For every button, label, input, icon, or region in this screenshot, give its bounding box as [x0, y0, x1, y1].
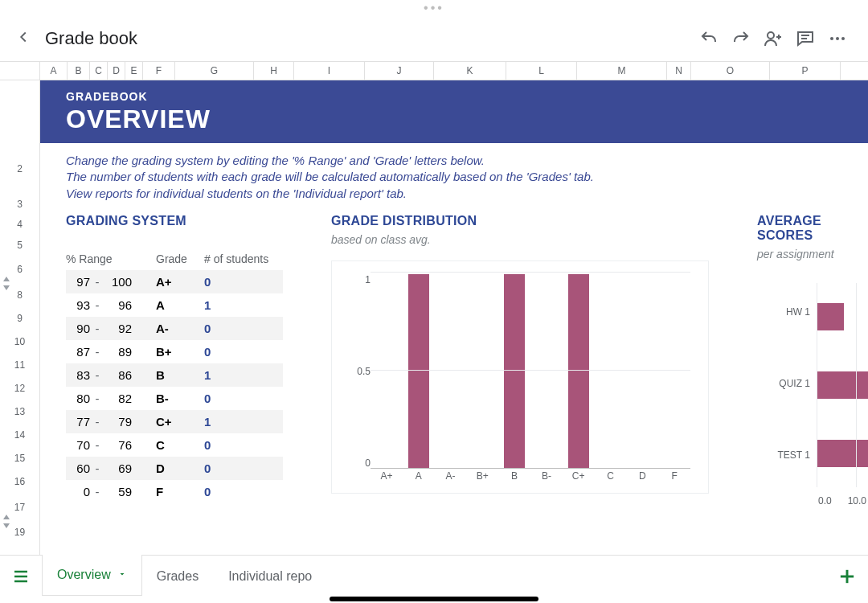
sheet-tab-individual-report[interactable]: Individual repo — [214, 556, 327, 597]
grading-row[interactable]: 60-69D0 — [66, 457, 283, 480]
row-number[interactable]: 5 — [0, 235, 39, 256]
grading-row[interactable]: 0-59F0 — [66, 480, 283, 503]
student-count: 0 — [204, 485, 228, 498]
grade-letter: B — [156, 368, 204, 382]
range-from: 93 — [66, 298, 90, 312]
drag-handle-dots: ••• — [0, 0, 868, 16]
range-to: 100 — [104, 275, 132, 289]
avg-bar — [817, 303, 844, 330]
range-to: 76 — [104, 438, 132, 452]
column-header-l[interactable]: L — [506, 62, 577, 80]
grade-letter: A+ — [156, 275, 204, 289]
range-from: 90 — [66, 322, 90, 335]
collapse-up-icon[interactable] — [3, 515, 10, 519]
column-header-i[interactable]: I — [294, 62, 365, 80]
undo-icon[interactable] — [693, 23, 725, 55]
range-to: 82 — [104, 392, 132, 405]
grading-row[interactable]: 97-100A+0 — [66, 270, 283, 293]
all-sheets-menu-icon[interactable] — [0, 556, 42, 597]
collapse-down-icon[interactable] — [3, 285, 10, 290]
column-header-f[interactable]: F — [143, 62, 175, 80]
student-count: 1 — [204, 415, 228, 429]
column-header-c[interactable]: C — [90, 62, 108, 80]
comment-icon[interactable] — [789, 23, 821, 55]
row-number[interactable]: 3 — [0, 195, 39, 214]
row-number[interactable]: 14 — [0, 424, 39, 447]
student-count: 0 — [204, 438, 228, 452]
grading-row[interactable]: 70-76C0 — [66, 433, 283, 457]
column-header-g[interactable]: G — [175, 62, 254, 80]
row-number[interactable]: 6 — [0, 256, 39, 284]
row-number[interactable]: 11 — [0, 354, 39, 377]
student-count: 0 — [204, 345, 228, 359]
app-toolbar: Grade book — [0, 16, 868, 61]
row-number[interactable]: 19 — [0, 522, 39, 543]
banner-title: OVERVIEW — [66, 105, 842, 134]
row-number[interactable]: 12 — [0, 377, 39, 400]
range-to: 89 — [104, 345, 132, 359]
collapse-up-icon[interactable] — [3, 277, 10, 281]
column-header-k[interactable]: K — [434, 62, 506, 80]
redo-icon[interactable] — [725, 23, 757, 55]
row-number[interactable]: 8 — [0, 284, 39, 307]
sheet-tab-grades[interactable]: Grades — [142, 556, 214, 597]
student-count: 0 — [204, 392, 228, 405]
row-number[interactable]: 2 — [0, 143, 39, 195]
grade-letter: A- — [156, 322, 204, 335]
range-from: 70 — [66, 438, 90, 452]
row-numbers: 2345689101112131415161719 — [0, 80, 40, 555]
sheet-tab-overview[interactable]: Overview — [42, 555, 142, 596]
grading-row[interactable]: 80-82B-0 — [66, 387, 283, 410]
column-header-n[interactable]: N — [667, 62, 691, 80]
spreadsheet-content[interactable]: GRADEBOOK OVERVIEW Change the grading sy… — [40, 80, 868, 555]
grade-letter: F — [156, 485, 204, 498]
range-from: 87 — [66, 345, 90, 359]
column-header-j[interactable]: J — [365, 62, 434, 80]
home-indicator — [330, 597, 538, 601]
column-header-m[interactable]: M — [577, 62, 667, 80]
row-number[interactable]: 4 — [0, 214, 39, 235]
collapse-down-icon[interactable] — [3, 523, 10, 528]
column-header-p[interactable]: P — [770, 62, 841, 80]
grading-row[interactable]: 77-79C+1 — [66, 410, 283, 433]
grade-letter: C — [156, 438, 204, 452]
document-title[interactable]: Grade book — [45, 28, 137, 49]
row-number[interactable]: 13 — [0, 400, 39, 424]
instructions-text: Change the grading system by editing the… — [40, 143, 868, 195]
col-grade-header: Grade — [156, 252, 204, 265]
grading-row[interactable]: 93-96A1 — [66, 293, 283, 317]
add-sheet-button[interactable] — [826, 556, 868, 597]
average-scores-title: AVERAGE SCORES — [757, 214, 868, 243]
overview-banner: GRADEBOOK OVERVIEW — [40, 80, 868, 143]
add-person-icon[interactable] — [757, 23, 789, 55]
column-header-b[interactable]: B — [68, 62, 90, 80]
column-header-e[interactable]: E — [125, 62, 143, 80]
banner-subtitle: GRADEBOOK — [66, 90, 842, 103]
row-number[interactable]: 15 — [0, 447, 39, 470]
range-to: 86 — [104, 368, 132, 382]
column-header-o[interactable]: O — [691, 62, 770, 80]
row-number[interactable]: 10 — [0, 330, 39, 354]
chevron-down-icon[interactable] — [117, 568, 127, 582]
column-header-h[interactable]: H — [254, 62, 294, 80]
back-button[interactable] — [14, 28, 32, 49]
column-header-d[interactable]: D — [108, 62, 125, 80]
row-number[interactable] — [0, 80, 39, 143]
row-number[interactable]: 17 — [0, 494, 39, 522]
grading-system-title: GRADING SYSTEM — [66, 214, 283, 228]
range-from: 0 — [66, 485, 90, 498]
more-icon[interactable] — [821, 23, 854, 55]
grading-row[interactable]: 87-89B+0 — [66, 340, 283, 363]
row-number[interactable]: 16 — [0, 470, 39, 494]
column-header-a[interactable]: A — [40, 62, 68, 80]
grade-distribution-chart: 10.50 A+AA-B+BB-C+CDF — [331, 260, 709, 494]
bar-b — [504, 274, 525, 469]
row-number[interactable]: 9 — [0, 307, 39, 330]
grading-row[interactable]: 90-92A-0 — [66, 317, 283, 340]
grading-row[interactable]: 83-86B1 — [66, 363, 283, 387]
column-headers: ABCDEFGHIJKLMNOP — [0, 61, 868, 80]
avg-bar — [817, 371, 868, 399]
grade-letter: B+ — [156, 345, 204, 359]
grading-system-section: GRADING SYSTEM % Range Grade # of studen… — [66, 214, 283, 510]
range-to: 96 — [104, 298, 132, 312]
